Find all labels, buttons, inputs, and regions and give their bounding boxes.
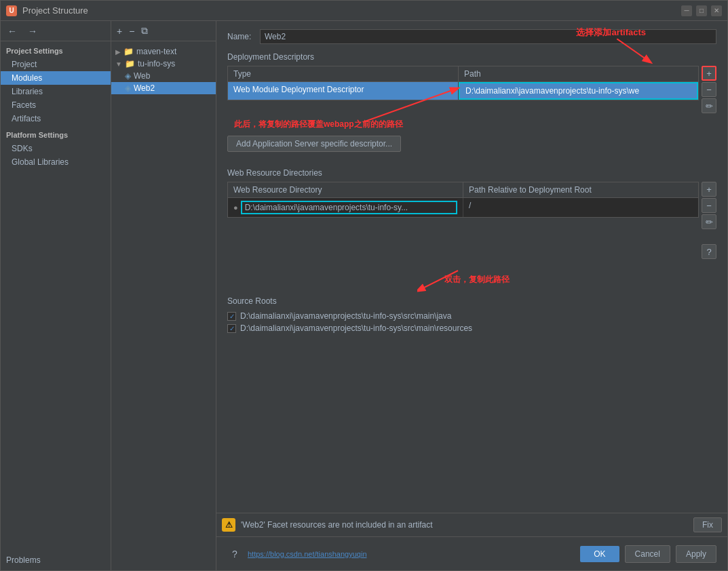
sidebar-item-artifacts[interactable]: Artifacts — [1, 112, 111, 125]
sidebar-toolbar: ← → — [1, 21, 111, 41]
minimize-button[interactable]: ─ — [681, 5, 692, 16]
source-roots-section: Source Roots D:\daimalianxi\javamavenpro… — [227, 296, 716, 334]
annotation-overwrite-container: 此后，将复制的路径覆盖webapp之前的的路径 — [227, 119, 716, 130]
descriptor-side-buttons: + − ✏ — [702, 66, 716, 113]
deployment-descriptors-title: Deployment Descriptors — [227, 52, 716, 62]
add-application-server-button[interactable]: Add Application Server specific descript… — [227, 136, 401, 152]
sidebar-item-modules[interactable]: Modules — [1, 71, 111, 85]
web-resource-section: Web Resource Directories Web Resource Di… — [227, 168, 716, 259]
warning-icon: ⚠ — [222, 518, 235, 532]
sidebar-item-libraries[interactable]: Libraries — [1, 85, 111, 98]
tree-arrow-icon: ▼ — [115, 60, 122, 68]
remove-tree-item-button[interactable]: − — [128, 24, 136, 38]
ok-button[interactable]: OK — [580, 546, 619, 562]
back-button[interactable]: ← — [5, 24, 20, 38]
tree-item-tu-info-sys[interactable]: ▼ 📁 tu-info-sys — [111, 58, 216, 70]
web-resource-dir-icon: ● — [233, 203, 238, 212]
annotation-double-click-container: 双击，复制此路径 — [227, 267, 716, 286]
web-resource-relative-cell: / — [463, 198, 698, 217]
main-panel: 选择添加artifacts Name: Deployment Descripto… — [216, 21, 727, 513]
web-resource-title: Web Resource Directories — [227, 168, 716, 178]
main-content: ← → Project Settings Project Modules Lib… — [1, 21, 727, 570]
edit-web-resource-button[interactable]: ✏ — [702, 214, 716, 229]
edit-descriptor-button[interactable]: ✏ — [702, 98, 716, 113]
name-field-row: Name: — [227, 29, 716, 44]
remove-web-resource-button[interactable]: − — [702, 198, 716, 213]
annotation-arrow-2 — [363, 85, 499, 125]
platform-settings-label: Platform Settings — [1, 125, 111, 142]
type-column-header: Type — [228, 66, 459, 81]
name-input[interactable] — [260, 29, 716, 44]
name-label: Name: — [227, 32, 254, 41]
module-icon: ◈ — [125, 71, 131, 81]
tree-item-web[interactable]: ◈ Web — [111, 70, 216, 82]
web-resource-dir-input[interactable] — [241, 201, 457, 214]
web-resource-table: Web Resource Directory Path Relative to … — [227, 182, 699, 218]
source-roots-title: Source Roots — [227, 296, 716, 306]
web-resource-dir-content: ● — [233, 201, 457, 214]
sidebar-item-sdks[interactable]: SDKs — [1, 142, 111, 155]
tree-content: ▶ 📁 maven-text ▼ 📁 tu-info-sys ◈ Web ◈ W… — [111, 41, 216, 570]
window-title: Project Structure — [22, 5, 681, 16]
help-web-resource-button[interactable]: ? — [702, 244, 716, 259]
source-root-path-1: D:\daimalianxi\javamavenprojects\tu-info… — [240, 323, 472, 333]
sidebar-item-problems[interactable]: Problems — [1, 550, 111, 570]
web-resource-table-wrapper: Web Resource Directory Path Relative to … — [227, 182, 716, 259]
title-bar: U Project Structure ─ □ ✕ — [1, 1, 727, 21]
sidebar: ← → Project Settings Project Modules Lib… — [1, 21, 111, 570]
add-web-resource-button[interactable]: + — [702, 182, 716, 197]
warning-text: 'Web2' Facet resources are not included … — [241, 520, 688, 530]
source-root-item-1: D:\daimalianxi\javamavenprojects\tu-info… — [227, 322, 716, 334]
module-icon: ◈ — [125, 83, 131, 93]
add-descriptor-button[interactable]: + — [702, 66, 716, 81]
web-resource-dir-cell: ● — [228, 198, 463, 217]
cancel-button[interactable]: Cancel — [625, 545, 670, 563]
sidebar-item-global-libraries[interactable]: Global Libraries — [1, 155, 111, 169]
bottom-bar: ? https://blog.csdn.net/tianshangyuqin O… — [216, 536, 727, 570]
source-root-path-0: D:\daimalianxi\javamavenprojects\tu-info… — [240, 311, 451, 321]
tree-panel: + − ⧉ ▶ 📁 maven-text ▼ 📁 tu-info-sys ◈ W… — [111, 21, 216, 570]
descriptor-table-header: Type Path — [228, 66, 698, 82]
source-root-item-0: D:\daimalianxi\javamavenprojects\tu-info… — [227, 310, 716, 322]
apply-button[interactable]: Apply — [676, 545, 716, 563]
add-server-section: Add Application Server specific descript… — [227, 136, 716, 160]
help-button[interactable]: ? — [227, 547, 242, 562]
warning-bar: ⚠ 'Web2' Facet resources are not include… — [216, 513, 727, 536]
sidebar-item-project[interactable]: Project — [1, 58, 111, 71]
remove-descriptor-button[interactable]: − — [702, 82, 716, 97]
copy-tree-item-button[interactable]: ⧉ — [140, 24, 149, 38]
path-relative-header: Path Relative to Deployment Root — [463, 182, 698, 197]
annotation-double-click-text: 双击，复制此路径 — [444, 274, 716, 286]
web-resource-side-buttons: + − ✏ ? — [702, 182, 716, 259]
tree-item-maven-text[interactable]: ▶ 📁 maven-text — [111, 45, 216, 58]
tree-item-web2[interactable]: ◈ Web2 — [111, 82, 216, 94]
tree-toolbar: + − ⧉ — [111, 21, 216, 41]
main-area: 选择添加artifacts Name: Deployment Descripto… — [216, 21, 727, 570]
app-icon: U — [6, 5, 17, 16]
sidebar-item-facets[interactable]: Facets — [1, 98, 111, 112]
maximize-button[interactable]: □ — [696, 5, 707, 16]
tree-arrow-icon: ▶ — [115, 48, 121, 56]
web-resource-header: Web Resource Directory Path Relative to … — [228, 182, 698, 198]
path-column-header: Path — [459, 66, 698, 81]
fix-button[interactable]: Fix — [693, 517, 722, 532]
window-controls: ─ □ ✕ — [681, 5, 722, 16]
web-resource-row[interactable]: ● / — [228, 198, 698, 217]
add-tree-item-button[interactable]: + — [115, 24, 123, 38]
footer-link[interactable]: https://blog.csdn.net/tianshangyuqin — [248, 550, 575, 558]
project-structure-window: U Project Structure ─ □ ✕ ← → Project Se… — [0, 0, 728, 571]
source-root-checkbox-0[interactable] — [227, 312, 236, 321]
project-settings-label: Project Settings — [1, 41, 111, 58]
close-button[interactable]: ✕ — [711, 5, 722, 16]
forward-button[interactable]: → — [25, 24, 40, 38]
svg-line-1 — [363, 88, 458, 122]
folder-icon: 📁 — [123, 47, 134, 56]
source-root-checkbox-1[interactable] — [227, 324, 236, 333]
web-resource-dir-header: Web Resource Directory — [228, 182, 463, 197]
folder-icon: 📁 — [125, 59, 135, 68]
